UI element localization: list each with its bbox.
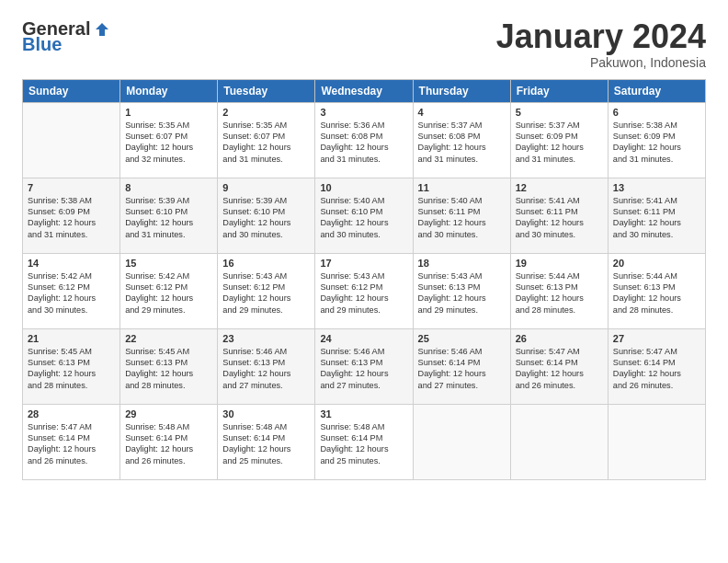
day-number: 29 bbox=[125, 408, 212, 419]
day-number: 2 bbox=[222, 107, 310, 118]
calendar-cell: 23Sunrise: 5:46 AM Sunset: 6:13 PM Dayli… bbox=[218, 328, 315, 404]
day-number: 6 bbox=[613, 107, 700, 118]
day-number: 27 bbox=[613, 333, 700, 344]
cell-info: Sunrise: 5:38 AM Sunset: 6:09 PM Dayligh… bbox=[28, 195, 115, 241]
cell-info: Sunrise: 5:43 AM Sunset: 6:13 PM Dayligh… bbox=[418, 270, 506, 316]
calendar-cell: 8Sunrise: 5:39 AM Sunset: 6:10 PM Daylig… bbox=[120, 178, 218, 253]
calendar-cell: 16Sunrise: 5:43 AM Sunset: 6:12 PM Dayli… bbox=[218, 253, 315, 328]
cell-info: Sunrise: 5:40 AM Sunset: 6:11 PM Dayligh… bbox=[418, 195, 506, 241]
calendar-cell: 13Sunrise: 5:41 AM Sunset: 6:11 PM Dayli… bbox=[608, 178, 705, 253]
calendar-cell: 3Sunrise: 5:36 AM Sunset: 6:08 PM Daylig… bbox=[315, 102, 413, 178]
header: General Blue January 2024 Pakuwon, Indon… bbox=[22, 18, 706, 70]
day-number: 23 bbox=[222, 333, 310, 344]
calendar-cell: 20Sunrise: 5:44 AM Sunset: 6:13 PM Dayli… bbox=[608, 253, 705, 328]
calendar-cell: 31Sunrise: 5:48 AM Sunset: 6:14 PM Dayli… bbox=[315, 404, 413, 479]
calendar-cell bbox=[413, 404, 510, 479]
day-number: 16 bbox=[222, 258, 310, 269]
calendar-cell bbox=[510, 404, 608, 479]
weekday-header-wednesday: Wednesday bbox=[315, 79, 413, 102]
cell-info: Sunrise: 5:45 AM Sunset: 6:13 PM Dayligh… bbox=[28, 346, 115, 392]
day-number: 11 bbox=[418, 182, 506, 193]
page: General Blue January 2024 Pakuwon, Indon… bbox=[0, 0, 728, 563]
calendar-cell: 17Sunrise: 5:43 AM Sunset: 6:12 PM Dayli… bbox=[315, 253, 413, 328]
day-number: 21 bbox=[28, 333, 115, 344]
calendar-cell: 24Sunrise: 5:46 AM Sunset: 6:13 PM Dayli… bbox=[315, 328, 413, 404]
cell-info: Sunrise: 5:42 AM Sunset: 6:12 PM Dayligh… bbox=[125, 270, 212, 316]
title-block: January 2024 Pakuwon, Indonesia bbox=[496, 18, 706, 70]
calendar-cell: 28Sunrise: 5:47 AM Sunset: 6:14 PM Dayli… bbox=[23, 404, 120, 479]
cell-info: Sunrise: 5:45 AM Sunset: 6:13 PM Dayligh… bbox=[125, 346, 212, 392]
week-row-4: 28Sunrise: 5:47 AM Sunset: 6:14 PM Dayli… bbox=[23, 404, 706, 479]
calendar-cell: 22Sunrise: 5:45 AM Sunset: 6:13 PM Dayli… bbox=[120, 328, 218, 404]
cell-info: Sunrise: 5:47 AM Sunset: 6:14 PM Dayligh… bbox=[516, 346, 603, 392]
calendar-cell: 21Sunrise: 5:45 AM Sunset: 6:13 PM Dayli… bbox=[23, 328, 120, 404]
calendar-cell: 4Sunrise: 5:37 AM Sunset: 6:08 PM Daylig… bbox=[413, 102, 510, 178]
day-number: 19 bbox=[516, 258, 603, 269]
cell-info: Sunrise: 5:44 AM Sunset: 6:13 PM Dayligh… bbox=[516, 270, 603, 316]
calendar-cell: 25Sunrise: 5:46 AM Sunset: 6:14 PM Dayli… bbox=[413, 328, 510, 404]
calendar-cell: 19Sunrise: 5:44 AM Sunset: 6:13 PM Dayli… bbox=[510, 253, 608, 328]
cell-info: Sunrise: 5:40 AM Sunset: 6:10 PM Dayligh… bbox=[320, 195, 407, 241]
month-title: January 2024 bbox=[496, 18, 706, 55]
day-number: 15 bbox=[125, 258, 212, 269]
cell-info: Sunrise: 5:41 AM Sunset: 6:11 PM Dayligh… bbox=[516, 195, 603, 241]
cell-info: Sunrise: 5:37 AM Sunset: 6:08 PM Dayligh… bbox=[418, 120, 506, 166]
day-number: 22 bbox=[125, 333, 212, 344]
day-number: 8 bbox=[125, 182, 212, 193]
weekday-header-thursday: Thursday bbox=[413, 79, 510, 102]
logo-icon bbox=[94, 21, 110, 38]
calendar-cell bbox=[608, 404, 705, 479]
weekday-header-friday: Friday bbox=[510, 79, 608, 102]
calendar-cell bbox=[23, 102, 120, 178]
week-row-0: 1Sunrise: 5:35 AM Sunset: 6:07 PM Daylig… bbox=[23, 102, 706, 178]
day-number: 31 bbox=[320, 408, 407, 419]
day-number: 25 bbox=[418, 333, 506, 344]
calendar-cell: 6Sunrise: 5:38 AM Sunset: 6:09 PM Daylig… bbox=[608, 102, 705, 178]
cell-info: Sunrise: 5:48 AM Sunset: 6:14 PM Dayligh… bbox=[222, 421, 310, 467]
calendar-cell: 14Sunrise: 5:42 AM Sunset: 6:12 PM Dayli… bbox=[23, 253, 120, 328]
day-number: 7 bbox=[28, 182, 115, 193]
calendar-cell: 1Sunrise: 5:35 AM Sunset: 6:07 PM Daylig… bbox=[120, 102, 218, 178]
calendar-cell: 5Sunrise: 5:37 AM Sunset: 6:09 PM Daylig… bbox=[510, 102, 608, 178]
day-number: 17 bbox=[320, 258, 407, 269]
cell-info: Sunrise: 5:47 AM Sunset: 6:14 PM Dayligh… bbox=[28, 421, 115, 467]
week-row-3: 21Sunrise: 5:45 AM Sunset: 6:13 PM Dayli… bbox=[23, 328, 706, 404]
svg-marker-0 bbox=[96, 23, 108, 36]
calendar-cell: 7Sunrise: 5:38 AM Sunset: 6:09 PM Daylig… bbox=[23, 178, 120, 253]
calendar-cell: 30Sunrise: 5:48 AM Sunset: 6:14 PM Dayli… bbox=[218, 404, 315, 479]
calendar-cell: 26Sunrise: 5:47 AM Sunset: 6:14 PM Dayli… bbox=[510, 328, 608, 404]
week-row-2: 14Sunrise: 5:42 AM Sunset: 6:12 PM Dayli… bbox=[23, 253, 706, 328]
day-number: 9 bbox=[222, 182, 310, 193]
cell-info: Sunrise: 5:46 AM Sunset: 6:13 PM Dayligh… bbox=[320, 346, 407, 392]
day-number: 28 bbox=[28, 408, 115, 419]
cell-info: Sunrise: 5:37 AM Sunset: 6:09 PM Dayligh… bbox=[516, 120, 603, 166]
cell-info: Sunrise: 5:35 AM Sunset: 6:07 PM Dayligh… bbox=[125, 120, 212, 166]
cell-info: Sunrise: 5:36 AM Sunset: 6:08 PM Dayligh… bbox=[320, 120, 407, 166]
day-number: 14 bbox=[28, 258, 115, 269]
cell-info: Sunrise: 5:46 AM Sunset: 6:14 PM Dayligh… bbox=[418, 346, 506, 392]
day-number: 5 bbox=[516, 107, 603, 118]
cell-info: Sunrise: 5:44 AM Sunset: 6:13 PM Dayligh… bbox=[613, 270, 700, 316]
day-number: 4 bbox=[418, 107, 506, 118]
calendar-cell: 29Sunrise: 5:48 AM Sunset: 6:14 PM Dayli… bbox=[120, 404, 218, 479]
cell-info: Sunrise: 5:47 AM Sunset: 6:14 PM Dayligh… bbox=[613, 346, 700, 392]
calendar-cell: 2Sunrise: 5:35 AM Sunset: 6:07 PM Daylig… bbox=[218, 102, 315, 178]
cell-info: Sunrise: 5:39 AM Sunset: 6:10 PM Dayligh… bbox=[125, 195, 212, 241]
day-number: 1 bbox=[125, 107, 212, 118]
weekday-header-saturday: Saturday bbox=[608, 79, 705, 102]
weekday-header-sunday: Sunday bbox=[23, 79, 120, 102]
day-number: 10 bbox=[320, 182, 407, 193]
calendar-cell: 12Sunrise: 5:41 AM Sunset: 6:11 PM Dayli… bbox=[510, 178, 608, 253]
week-row-1: 7Sunrise: 5:38 AM Sunset: 6:09 PM Daylig… bbox=[23, 178, 706, 253]
logo: General Blue bbox=[22, 18, 110, 55]
day-number: 13 bbox=[613, 182, 700, 193]
cell-info: Sunrise: 5:48 AM Sunset: 6:14 PM Dayligh… bbox=[125, 421, 212, 467]
cell-info: Sunrise: 5:48 AM Sunset: 6:14 PM Dayligh… bbox=[320, 421, 407, 467]
day-number: 24 bbox=[320, 333, 407, 344]
weekday-header-monday: Monday bbox=[120, 79, 218, 102]
day-number: 3 bbox=[320, 107, 407, 118]
cell-info: Sunrise: 5:42 AM Sunset: 6:12 PM Dayligh… bbox=[28, 270, 115, 316]
calendar-cell: 9Sunrise: 5:39 AM Sunset: 6:10 PM Daylig… bbox=[218, 178, 315, 253]
calendar: SundayMondayTuesdayWednesdayThursdayFrid… bbox=[22, 79, 706, 480]
subtitle: Pakuwon, Indonesia bbox=[496, 55, 706, 70]
